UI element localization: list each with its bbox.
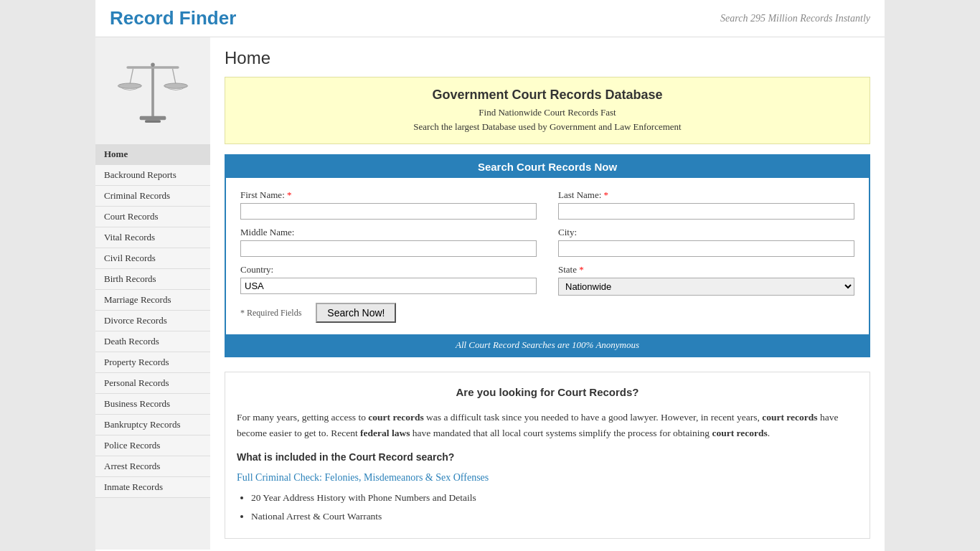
article-para1: For many years, getting access to court … xyxy=(237,410,858,441)
sidebar-nav-item-marriage-records[interactable]: Marriage Records xyxy=(95,290,210,311)
article-heading: Are you looking for Court Records? xyxy=(237,384,858,401)
svg-rect-0 xyxy=(151,65,154,117)
banner-heading: Government Court Records Database xyxy=(235,88,859,103)
svg-line-5 xyxy=(173,69,176,85)
page-title: Home xyxy=(225,48,870,68)
sidebar-nav-item-personal-records[interactable]: Personal Records xyxy=(95,373,210,394)
banner-box: Government Court Records Database Find N… xyxy=(225,77,870,144)
sidebar-nav-item-court-records[interactable]: Court Records xyxy=(95,207,210,227)
site-title[interactable]: Record Finder xyxy=(110,7,236,29)
city-label: City: xyxy=(558,227,854,238)
sidebar-nav-item-vital-records[interactable]: Vital Records xyxy=(95,227,210,248)
svg-rect-1 xyxy=(140,116,166,121)
city-input[interactable] xyxy=(558,240,854,257)
country-label: Country: xyxy=(240,264,537,276)
svg-rect-2 xyxy=(145,120,161,123)
required-note: * Required Fields xyxy=(240,308,301,319)
svg-point-8 xyxy=(151,63,155,67)
sidebar-nav-item-business-records[interactable]: Business Records xyxy=(95,394,210,415)
last-name-input[interactable] xyxy=(558,203,854,220)
banner-line1: Find Nationwide Court Records Fast xyxy=(235,105,859,120)
state-label: State * xyxy=(558,264,854,276)
search-box-footer: All Court Record Searches are 100% Anony… xyxy=(226,334,869,356)
first-name-label: First Name: * xyxy=(240,189,537,201)
banner-line2: Search the largest Database used by Gove… xyxy=(235,120,859,134)
article-bullet-list: 20 Year Address History with Phone Numbe… xyxy=(251,490,858,524)
last-name-label: Last Name: * xyxy=(558,189,854,201)
sidebar-nav-item-arrest-records[interactable]: Arrest Records xyxy=(95,456,210,477)
article-what-heading: What is included in the Court Record sea… xyxy=(237,449,858,465)
search-box: Search Court Records Now First Name: * L… xyxy=(225,154,870,357)
first-name-input[interactable] xyxy=(240,203,537,220)
middle-name-label: Middle Name: xyxy=(240,227,537,238)
sidebar-nav-item-divorce-records[interactable]: Divorce Records xyxy=(95,311,210,331)
header-tagline: Search 295 Million Records Instantly xyxy=(720,13,870,24)
sidebar-nav-item-inmate-records[interactable]: Inmate Records xyxy=(95,477,210,498)
sidebar-nav-item-birth-records[interactable]: Birth Records xyxy=(95,269,210,290)
sidebar-nav: HomeBackround ReportsCriminal RecordsCou… xyxy=(95,144,210,498)
sidebar-nav-item-bankruptcy-records[interactable]: Bankruptcy Records xyxy=(95,415,210,435)
criminal-check-link[interactable]: Full Criminal Check: Felonies, Misdemean… xyxy=(237,472,489,483)
sidebar-nav-item-civil-records[interactable]: Civil Records xyxy=(95,248,210,269)
content-article: Are you looking for Court Records? For m… xyxy=(225,372,870,539)
sidebar-nav-item-home[interactable]: Home xyxy=(95,144,210,165)
state-select[interactable]: NationwideAlabamaAlaskaArizonaArkansasCa… xyxy=(558,278,854,296)
bullet-item-2: National Arrest & Court Warrants xyxy=(251,509,858,524)
sidebar-nav-item-criminal-records[interactable]: Criminal Records xyxy=(95,186,210,207)
sidebar-nav-item-death-records[interactable]: Death Records xyxy=(95,331,210,352)
sidebar-nav-item-backround-reports[interactable]: Backround Reports xyxy=(95,165,210,186)
middle-name-input[interactable] xyxy=(240,240,537,257)
sidebar-nav-item-police-records[interactable]: Police Records xyxy=(95,435,210,456)
bullet-item-1: 20 Year Address History with Phone Numbe… xyxy=(251,490,858,506)
sidebar-logo xyxy=(95,44,210,141)
svg-line-4 xyxy=(130,69,133,85)
search-box-header: Search Court Records Now xyxy=(226,156,869,178)
country-input[interactable] xyxy=(240,278,537,294)
sidebar-nav-item-property-records[interactable]: Property Records xyxy=(95,352,210,373)
search-now-button[interactable]: Search Now! xyxy=(316,303,396,323)
